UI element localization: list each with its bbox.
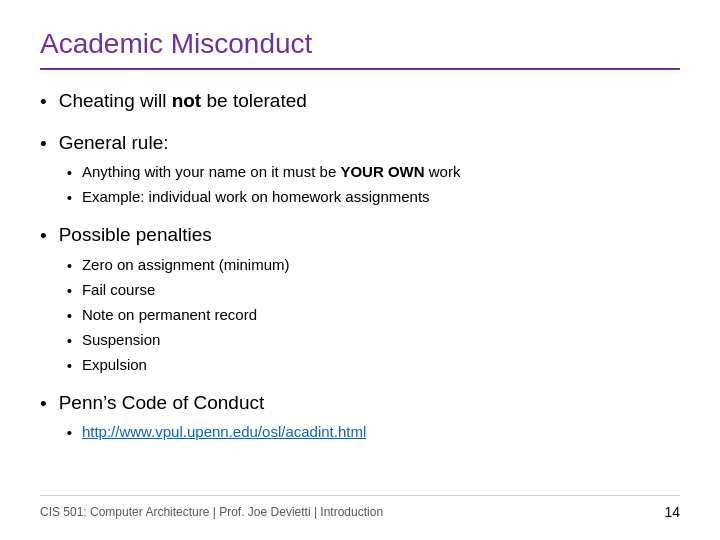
bullet-general-text: General rule: • Anything with your name … bbox=[59, 130, 680, 209]
penns-code-sub-bullets: • http://www.vpul.upenn.edu/osl/acadint.… bbox=[67, 421, 680, 443]
sub-bullet-link: • http://www.vpul.upenn.edu/osl/acadint.… bbox=[67, 421, 680, 443]
slide: Academic Misconduct • Cheating will not … bbox=[0, 0, 720, 540]
bullet-penns-text: Penn’s Code of Conduct • http://www.vpul… bbox=[59, 390, 680, 444]
cheating-bold: not bbox=[172, 90, 202, 111]
sub-bullet-example: • Example: individual work on homework a… bbox=[67, 186, 680, 208]
sub-dot-p3: • bbox=[67, 305, 72, 326]
bullet-dot-1: • bbox=[40, 89, 47, 116]
sub-text-own-work: Anything with your name on it must be YO… bbox=[82, 161, 680, 182]
your-own-bold: YOUR OWN bbox=[340, 163, 424, 180]
sub-dot-p1: • bbox=[67, 255, 72, 276]
slide-content: • Cheating will not be tolerated • Gener… bbox=[40, 88, 680, 495]
sub-text-note: Note on permanent record bbox=[82, 304, 680, 325]
slide-footer: CIS 501: Computer Architecture | Prof. J… bbox=[40, 495, 680, 520]
sub-bullet-zero: • Zero on assignment (minimum) bbox=[67, 254, 680, 276]
sub-text-suspension: Suspension bbox=[82, 329, 680, 350]
bullet-cheating-text: Cheating will not be tolerated bbox=[59, 88, 680, 115]
bullet-dot-3: • bbox=[40, 223, 47, 250]
bullet-dot-2: • bbox=[40, 131, 47, 158]
sub-text-zero: Zero on assignment (minimum) bbox=[82, 254, 680, 275]
general-rule-sub-bullets: • Anything with your name on it must be … bbox=[67, 161, 680, 208]
bullet-penalties-text: Possible penalties • Zero on assignment … bbox=[59, 222, 680, 376]
sub-bullet-expulsion: • Expulsion bbox=[67, 354, 680, 376]
penn-code-link[interactable]: http://www.vpul.upenn.edu/osl/acadint.ht… bbox=[82, 423, 366, 440]
penalties-sub-bullets: • Zero on assignment (minimum) • Fail co… bbox=[67, 254, 680, 376]
sub-bullet-note: • Note on permanent record bbox=[67, 304, 680, 326]
footer-page-number: 14 bbox=[664, 504, 680, 520]
bullet-general-rule: • General rule: • Anything with your nam… bbox=[40, 130, 680, 209]
sub-dot-p5: • bbox=[67, 355, 72, 376]
sub-bullet-own-work: • Anything with your name on it must be … bbox=[67, 161, 680, 183]
sub-bullet-suspension: • Suspension bbox=[67, 329, 680, 351]
slide-title: Academic Misconduct bbox=[40, 28, 680, 70]
bullet-dot-4: • bbox=[40, 391, 47, 418]
sub-text-fail: Fail course bbox=[82, 279, 680, 300]
sub-bullet-fail: • Fail course bbox=[67, 279, 680, 301]
sub-dot-1: • bbox=[67, 162, 72, 183]
footer-text: CIS 501: Computer Architecture | Prof. J… bbox=[40, 505, 664, 519]
sub-text-expulsion: Expulsion bbox=[82, 354, 680, 375]
sub-text-link: http://www.vpul.upenn.edu/osl/acadint.ht… bbox=[82, 421, 680, 442]
bullet-penns-code: • Penn’s Code of Conduct • http://www.vp… bbox=[40, 390, 680, 444]
sub-dot-p4: • bbox=[67, 330, 72, 351]
sub-dot-2: • bbox=[67, 187, 72, 208]
sub-text-example: Example: individual work on homework ass… bbox=[82, 186, 680, 207]
sub-dot-link: • bbox=[67, 422, 72, 443]
sub-dot-p2: • bbox=[67, 280, 72, 301]
bullet-penalties: • Possible penalties • Zero on assignmen… bbox=[40, 222, 680, 376]
bullet-cheating: • Cheating will not be tolerated bbox=[40, 88, 680, 116]
